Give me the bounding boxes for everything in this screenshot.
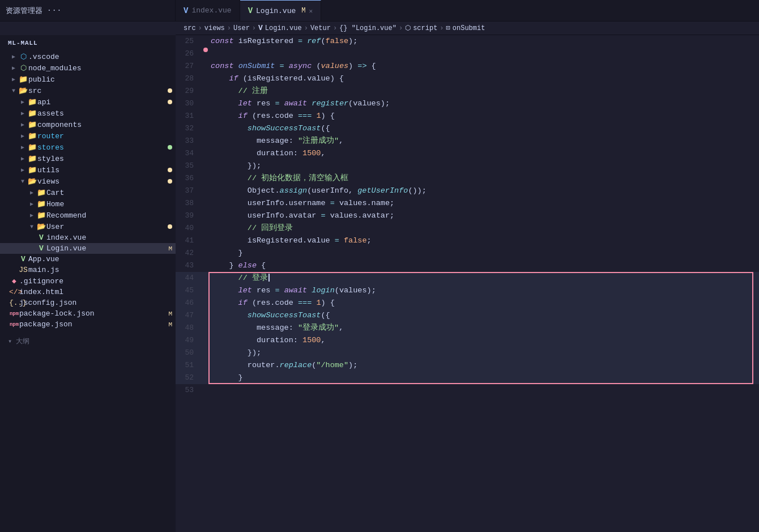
breadcrumb-vue-icon: V [258,24,263,32]
tab-bar: 资源管理器 ··· V index.vue V Login.vue M ✕ [0,0,759,22]
sidebar-item-stores[interactable]: ▶ 📁 stores [0,142,176,153]
code-line: 35 }); [176,160,759,172]
code-line: 37 Object.assign(userInfo, getUserInfo()… [176,185,759,197]
editor-tabs: V index.vue V Login.vue M ✕ [176,0,321,21]
html-icon: </> [9,288,19,296]
breadcrumb-onsubmit: onSubmit [453,24,485,32]
code-line: 27 const onSubmit = async (values) => { [176,60,759,73]
code-line-52: 52 } [176,372,759,384]
code-line-47: 47 showSuccessToast({ [176,309,759,322]
folder-icon: 📂 [36,222,46,231]
modified-badge [168,168,172,172]
sidebar-item-home[interactable]: ▶ 📁 Home [0,198,176,210]
sidebar-item-user[interactable]: ▼ 📂 User [0,221,176,232]
sidebar-item-pkg-lock[interactable]: npm package-lock.json M [0,308,176,319]
vue-icon: V [248,6,253,15]
sidebar-item-recommend[interactable]: ▶ 📁 Recommend [0,210,176,221]
folder-icon: 📁 [27,120,37,129]
breadcrumb: src › views › User › V Login.vue › Vetur… [176,22,759,35]
code-area[interactable]: 25 const isRegistered = ref(false); 26 2… [176,35,759,532]
code-line-50: 50 }); [176,347,759,359]
npm-icon: npm [9,311,19,317]
folder-icon: 📂 [18,86,28,95]
breadcrumb-fn-icon: ⊡ [446,24,450,32]
folder-icon: 📂 [27,177,37,186]
sidebar-item-vscode[interactable]: ▶ ⬡ .vscode [0,51,176,62]
sidebar-title: ML-MALL [0,35,176,51]
code-line: 43 } else { [176,259,759,272]
breadcrumb-src: src [184,24,196,32]
sidebar-item-api[interactable]: ▶ 📁 api [0,96,176,108]
breadcrumb-script-icon: ⬡ [405,24,411,32]
sidebar-item-styles[interactable]: ▶ 📁 styles [0,153,176,164]
sidebar-item-src[interactable]: ▼ 📂 src [0,85,176,96]
breadcrumb-user: User [233,24,250,32]
code-line-46: 46 if (res.code === 1) { [176,297,759,309]
tab-index-vue[interactable]: V index.vue [176,0,240,21]
sidebar-item-node-modules[interactable]: ▶ ⬡ node_modules [0,62,176,74]
code-line-51: 51 router.replace("/home"); [176,359,759,372]
modified-label: M [168,310,172,317]
breadcrumb-component: {} "Login.vue" [339,24,396,32]
sidebar-item-gitignore[interactable]: ◆ .gitignore [0,275,176,287]
git-icon: ◆ [9,276,19,286]
code-line-53: 53 [176,384,759,397]
folder-icon: 📁 [27,154,37,163]
sidebar-item-public[interactable]: ▶ 📁 public [0,74,176,85]
tab-label: index.vue [191,6,231,15]
sidebar-item-login-vue[interactable]: V Login.vue M [0,243,176,254]
editor: 25 const isRegistered = ref(false); 26 2… [176,35,759,532]
code-line: 38 userInfo.username = values.name; [176,197,759,210]
code-line: 34 duration: 1500, [176,147,759,160]
code-line: 39 userInfo.avatar = values.avatar; [176,210,759,222]
code-line: 31 if (res.code === 1) { [176,110,759,122]
sidebar-item-outline[interactable]: ▾ 大纲 [0,334,176,348]
sidebar-item-pkg[interactable]: npm package.json M [0,319,176,330]
code-line: 32 showSuccessToast({ [176,122,759,135]
folder-icon: 📁 [36,188,46,197]
code-line: 42 } [176,247,759,259]
code-line: 41 isRegistered.value = false; [176,235,759,247]
folder-icon: 📁 [36,211,46,220]
folder-icon: 📁 [18,75,28,84]
modified-badge [168,88,172,93]
folder-icon: 📁 [27,131,37,141]
sidebar-item-index-vue[interactable]: V index.vue [0,232,176,243]
sidebar-item-utils[interactable]: ▶ 📁 utils [0,164,176,176]
close-icon[interactable]: ✕ [309,7,313,15]
modified-badge [168,145,172,150]
code-line-45: 45 let res = await login(values); [176,284,759,297]
code-line: 29 // 注册 [176,85,759,97]
sidebar-item-jsconfig[interactable]: {..} jsconfig.json [0,297,176,308]
sidebar-item-cart[interactable]: ▶ 📁 Cart [0,187,176,198]
modified-badge [168,224,172,229]
breakpoint [203,48,208,52]
vue-icon: V [184,6,188,15]
sidebar-header: 资源管理器 ··· [0,0,176,21]
modified-indicator: M [301,7,305,15]
vue-icon: V [18,255,28,263]
code-line: 30 let res = await register(values); [176,97,759,110]
code-line-44: 44 // 登录 [176,272,759,284]
sidebar-item-views[interactable]: ▼ 📂 views [0,176,176,187]
sidebar-item-components[interactable]: ▶ 📁 components [0,119,176,130]
folder-icon: 📁 [27,109,37,118]
npm-icon: npm [9,322,19,327]
modified-badge [168,179,172,184]
modified-label: M [168,245,172,252]
sidebar-item-index-html[interactable]: </> index.html [0,287,176,297]
sidebar-item-main-js[interactable]: JS main.js [0,265,176,275]
code-line: 36 // 初始化数据，清空输入框 [176,172,759,185]
outline-label: ▾ 大纲 [8,337,29,346]
sidebar-item-assets[interactable]: ▶ 📁 assets [0,108,176,119]
breadcrumb-loginvue: Login.vue [265,24,302,32]
breadcrumb-vetur: Vetur [310,24,331,32]
code-line: 33 message: "注册成功", [176,135,759,147]
sidebar-item-app-vue[interactable]: V App.vue [0,254,176,265]
sidebar-item-router[interactable]: ▶ 📁 router [0,130,176,142]
more-options-icon[interactable]: ··· [47,6,62,15]
modified-badge [168,100,172,104]
tab-login-vue[interactable]: V Login.vue M ✕ [240,0,321,21]
json-icon: {..} [9,299,19,307]
folder-icon: 📁 [36,199,46,208]
